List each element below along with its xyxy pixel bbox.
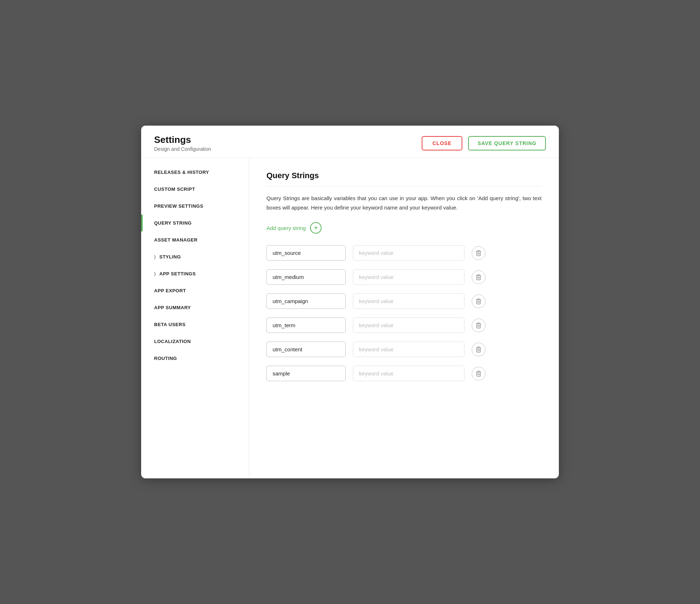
section-description: Query Strings are basically variables th… bbox=[266, 194, 542, 212]
header-actions: CLOSE SAVE QUERY STRING bbox=[422, 136, 546, 150]
section-title: Query Strings bbox=[266, 171, 542, 186]
query-row bbox=[266, 245, 542, 261]
add-query-string-button[interactable]: + bbox=[310, 222, 322, 234]
header-title-block: Settings Design and Configuration bbox=[154, 134, 211, 152]
sidebar-item-query-string[interactable]: QUERY STRING bbox=[141, 215, 249, 231]
chevron-right-icon: 〉 bbox=[154, 254, 156, 260]
sidebar-item-styling[interactable]: 〉 STYLING bbox=[141, 248, 249, 265]
modal-body: RELEASES & HISTORY CUSTOM SCRIPT PREVIEW… bbox=[141, 158, 559, 478]
query-rows-container bbox=[266, 245, 542, 381]
delete-query-button[interactable] bbox=[472, 246, 485, 260]
sidebar-item-label: APP EXPORT bbox=[154, 288, 186, 293]
query-value-input[interactable] bbox=[353, 293, 465, 309]
query-row bbox=[266, 366, 542, 381]
sidebar-item-label: APP SUMMARY bbox=[154, 305, 191, 310]
query-value-input[interactable] bbox=[353, 366, 465, 381]
close-button[interactable]: CLOSE bbox=[422, 136, 462, 150]
sidebar-item-localization[interactable]: LOCALIZATION bbox=[141, 333, 249, 350]
sidebar-item-label: APP SETTINGS bbox=[160, 271, 196, 276]
sidebar-item-label: CUSTOM SCRIPT bbox=[154, 186, 195, 192]
sidebar-item-label: ROUTING bbox=[154, 356, 177, 361]
modal-header: Settings Design and Configuration CLOSE … bbox=[141, 126, 559, 158]
sidebar-item-releases-history[interactable]: RELEASES & HISTORY bbox=[141, 164, 249, 181]
query-key-input[interactable] bbox=[266, 245, 346, 261]
query-key-input[interactable] bbox=[266, 269, 346, 285]
sidebar-item-routing[interactable]: ROUTING bbox=[141, 350, 249, 367]
add-query-string-label[interactable]: Add query string bbox=[266, 225, 306, 231]
query-value-input[interactable] bbox=[353, 317, 465, 333]
sidebar-item-beta-users[interactable]: BETA USERS bbox=[141, 316, 249, 333]
delete-query-button[interactable] bbox=[472, 294, 485, 308]
sidebar-item-label: QUERY STRING bbox=[154, 220, 192, 226]
query-key-input[interactable] bbox=[266, 317, 346, 333]
query-row bbox=[266, 317, 542, 333]
query-key-input[interactable] bbox=[266, 293, 346, 309]
query-row bbox=[266, 269, 542, 285]
query-value-input[interactable] bbox=[353, 269, 465, 285]
sidebar-item-label: ASSET MANAGER bbox=[154, 237, 198, 243]
sidebar-item-label: BETA USERS bbox=[154, 322, 185, 327]
query-key-input[interactable] bbox=[266, 342, 346, 357]
chevron-right-icon: 〉 bbox=[154, 271, 156, 276]
sidebar-item-app-settings[interactable]: 〉 APP SETTINGS bbox=[141, 265, 249, 282]
sidebar-item-preview-settings[interactable]: PREVIEW SETTINGS bbox=[141, 198, 249, 215]
delete-query-button[interactable] bbox=[472, 270, 485, 284]
page-subtitle: Design and Configuration bbox=[154, 146, 211, 152]
add-query-row: Add query string + bbox=[266, 222, 542, 234]
sidebar-item-label: RELEASES & HISTORY bbox=[154, 170, 209, 175]
delete-query-button[interactable] bbox=[472, 367, 485, 380]
sidebar-item-app-export[interactable]: APP EXPORT bbox=[141, 282, 249, 299]
query-value-input[interactable] bbox=[353, 342, 465, 357]
query-value-input[interactable] bbox=[353, 245, 465, 261]
sidebar-item-app-summary[interactable]: APP SUMMARY bbox=[141, 299, 249, 316]
query-key-input[interactable] bbox=[266, 366, 346, 381]
query-row bbox=[266, 293, 542, 309]
delete-query-button[interactable] bbox=[472, 343, 485, 356]
sidebar-item-label: STYLING bbox=[160, 254, 181, 260]
page-title: Settings bbox=[154, 134, 211, 145]
save-query-string-button[interactable]: SAVE QUERY STRING bbox=[468, 136, 546, 150]
sidebar-item-label: PREVIEW SETTINGS bbox=[154, 203, 203, 209]
main-content: Query Strings Query Strings are basicall… bbox=[249, 158, 559, 478]
sidebar-item-asset-manager[interactable]: ASSET MANAGER bbox=[141, 231, 249, 248]
delete-query-button[interactable] bbox=[472, 319, 485, 332]
query-row bbox=[266, 342, 542, 357]
sidebar: RELEASES & HISTORY CUSTOM SCRIPT PREVIEW… bbox=[141, 158, 249, 478]
sidebar-item-label: LOCALIZATION bbox=[154, 339, 191, 344]
sidebar-item-custom-script[interactable]: CUSTOM SCRIPT bbox=[141, 181, 249, 198]
settings-modal: Settings Design and Configuration CLOSE … bbox=[141, 126, 559, 478]
